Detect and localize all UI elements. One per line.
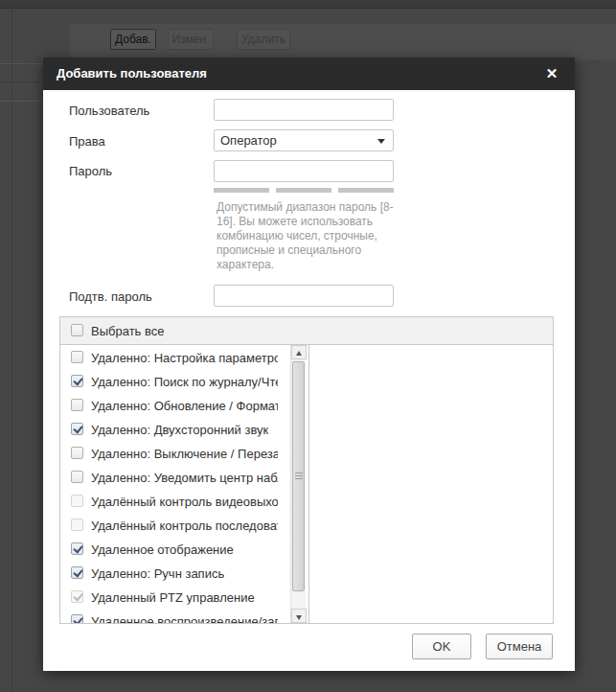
permission-label: Удаленно: Ручн запись [91, 565, 224, 580]
strength-segment [276, 188, 331, 193]
permission-label: Удаленное воспроизведение/загру... [91, 613, 278, 623]
ok-button[interactable]: OK [412, 634, 471, 659]
page-divider-horizontal [0, 101, 43, 102]
permission-checkbox[interactable] [71, 566, 83, 579]
password-label: Пароль [69, 164, 112, 178]
select-all-label: Выбрать все [91, 324, 164, 338]
permission-label: Удалённый контроль видеовыхода [91, 494, 278, 508]
permission-checkbox[interactable] [71, 399, 83, 411]
permission-checkbox[interactable] [71, 614, 83, 624]
permission-label: Удаленное отображение [91, 542, 234, 556]
modify-user-button[interactable]: Измен. [168, 29, 214, 50]
permission-label: Удаленно: Двухсторонний звук [91, 422, 268, 436]
permission-row[interactable]: Удаленное отображение [60, 537, 308, 561]
permission-checkbox[interactable] [71, 447, 83, 459]
permission-label: Удаленный PTZ управление [91, 589, 255, 604]
permission-label: Удаленно: Обновление / Форматир... [91, 398, 278, 412]
select-all-checkbox[interactable] [71, 324, 83, 336]
scrollbar-thumb[interactable] [292, 361, 305, 591]
permission-label: Удаленно: Уведомить центр наблю... [91, 470, 278, 484]
username-input[interactable] [214, 99, 394, 121]
rights-selected-value: Оператор [220, 133, 277, 148]
permissions-detail-panel [310, 345, 553, 623]
chevron-down-icon [377, 139, 385, 144]
permission-checkbox[interactable] [71, 519, 83, 531]
strength-segment [338, 188, 394, 193]
dialog-header: Добавить пользователя ✕ [43, 58, 575, 90]
rights-select[interactable]: Оператор [214, 129, 394, 151]
rights-label: Права [69, 134, 105, 149]
permission-checkbox[interactable] [71, 471, 83, 483]
permission-row[interactable]: Удаленно: Настройка параметров [60, 345, 308, 369]
page-divider-vertical [11, 9, 12, 692]
permission-checkbox[interactable] [71, 423, 83, 435]
permission-checkbox[interactable] [71, 375, 83, 387]
username-label: Пользователь [69, 104, 149, 118]
confirm-password-label: Подтв. пароль [69, 289, 152, 304]
permission-checkbox[interactable] [71, 590, 83, 603]
password-input[interactable] [214, 160, 394, 182]
permission-label: Удаленно: Выключение / Перезагру... [91, 446, 278, 460]
add-user-button[interactable]: Добав. [110, 29, 156, 50]
arrow-up-icon [296, 351, 302, 356]
scrollbar[interactable] [290, 345, 306, 623]
scroll-up-button[interactable] [291, 345, 307, 359]
permission-checkbox[interactable] [71, 542, 83, 555]
permission-row[interactable]: Удаленно: Обновление / Форматир... [60, 393, 308, 417]
select-all-row[interactable]: Выбрать все [60, 317, 553, 345]
permission-row[interactable]: Удаленно: Уведомить центр наблю... [60, 465, 308, 489]
delete-user-button[interactable]: Удалить [237, 29, 290, 50]
permission-row[interactable]: Удаленно: Выключение / Перезагру... [60, 441, 308, 465]
permission-row[interactable]: Удалённый контроль видеовыхода [60, 489, 308, 513]
permission-row[interactable]: Удаленное воспроизведение/загру... [60, 609, 308, 623]
password-hint-text: Допустимый диапазон пароль [8-16]. Вы мо… [217, 200, 406, 272]
permissions-list: Удаленное воспроизведение/загру...Удален… [60, 345, 309, 623]
permission-label: Удаленно: Настройка параметров [91, 350, 278, 364]
permission-row[interactable]: Удаленно: Ручн запись [60, 561, 308, 585]
permission-checkbox[interactable] [71, 495, 83, 507]
permission-row[interactable]: Удаленно: Поиск по журналу/Чтени... [60, 369, 308, 393]
confirm-password-input[interactable] [214, 285, 394, 307]
permission-label: Удаленно: Поиск по журналу/Чтени... [91, 374, 278, 388]
scroll-down-button[interactable] [291, 609, 307, 623]
scrollbar-grip-icon [295, 473, 303, 481]
password-strength-meter [214, 188, 394, 193]
page-divider-horizontal [0, 63, 43, 64]
strength-segment [214, 188, 269, 193]
permission-row[interactable]: Удалённый контроль последовате... [60, 513, 308, 537]
page-divider-horizontal [0, 81, 43, 82]
permission-row[interactable]: Удаленный PTZ управление [60, 585, 308, 609]
page-top-bar [0, 0, 616, 9]
permission-checkbox[interactable] [71, 351, 83, 363]
add-user-dialog: Добавить пользователя ✕ Пользователь Пра… [43, 58, 575, 671]
arrow-down-icon [296, 615, 302, 620]
permission-row[interactable]: Удаленно: Двухсторонний звук [60, 417, 308, 441]
close-icon[interactable]: ✕ [542, 64, 561, 83]
permission-label: Удалённый контроль последовате... [91, 518, 278, 532]
dialog-title: Добавить пользователя [57, 66, 207, 81]
cancel-button[interactable]: Отмена [486, 634, 553, 659]
permissions-box: Выбрать все Удаленное воспроизведение/за… [59, 316, 554, 624]
